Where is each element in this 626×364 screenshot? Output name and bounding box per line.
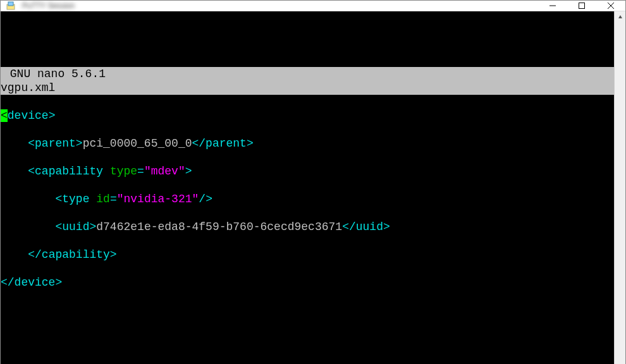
scroll-up-button[interactable]: [615, 11, 625, 23]
vertical-scrollbar[interactable]: [614, 11, 625, 364]
svg-marker-6: [618, 15, 622, 18]
type-id: nvidia-321: [124, 193, 192, 205]
window-title: PuTTY Session: [21, 1, 75, 10]
svg-rect-1: [8, 2, 13, 6]
scroll-track[interactable]: [615, 23, 625, 364]
close-button[interactable]: [596, 1, 625, 11]
capability-type: mdev: [151, 165, 178, 178]
svg-rect-3: [579, 3, 585, 9]
uuid-value: d7462e1e-eda8-4f59-b760-6cecd9ec3671: [96, 221, 342, 233]
maximize-button[interactable]: [567, 1, 596, 11]
editor-body[interactable]: <device> <parent>pci_0000_65_00_0</paren…: [1, 95, 614, 364]
minimize-button[interactable]: [538, 1, 567, 11]
app-window: PuTTY Session GNU nano 5.6.1 vgpu.xml <d…: [0, 0, 626, 364]
parent-value: pci_0000_65_00_0: [83, 137, 192, 150]
nano-topbar: GNU nano 5.6.1 vgpu.xml: [1, 39, 614, 53]
nano-filename: vgpu.xml: [1, 81, 614, 95]
window-content: GNU nano 5.6.1 vgpu.xml <device> <parent…: [1, 11, 625, 364]
putty-icon: [6, 1, 16, 11]
terminal[interactable]: GNU nano 5.6.1 vgpu.xml <device> <parent…: [1, 11, 614, 364]
nano-app-name: GNU nano 5.6.1: [1, 67, 106, 81]
window-titlebar[interactable]: PuTTY Session: [1, 1, 625, 11]
